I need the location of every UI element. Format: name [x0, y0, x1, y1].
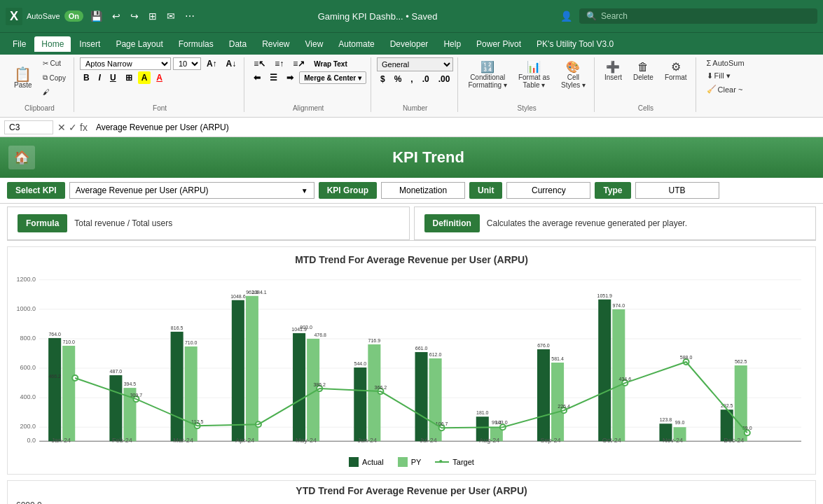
- undo-icon[interactable]: ↩: [109, 9, 123, 23]
- menu-page-layout[interactable]: Page Layout: [109, 36, 170, 52]
- comma-button[interactable]: ,: [407, 73, 416, 85]
- menu-automate[interactable]: Automate: [331, 36, 381, 52]
- svg-text:1000.0: 1000.0: [17, 305, 36, 312]
- autosum-button[interactable]: ΣAutoSum: [704, 57, 747, 69]
- svg-text:394.5: 394.5: [124, 382, 137, 386]
- cell-styles-button[interactable]: 🎨 Cell Styles ▾: [557, 57, 590, 92]
- formula-value: Total revenue / Total users: [74, 218, 172, 228]
- svg-text:974.0: 974.0: [613, 303, 625, 308]
- select-kpi-label: Select KPI: [7, 182, 65, 199]
- svg-text:803.0: 803.0: [300, 325, 312, 330]
- svg-text:676.0: 676.0: [537, 343, 550, 348]
- format-as-table-button[interactable]: 📊 Format as Table ▾: [514, 57, 554, 92]
- format-painter-button[interactable]: 🖌: [39, 86, 69, 98]
- bar-jan-actual: [48, 338, 61, 441]
- email-icon[interactable]: ✉: [164, 9, 178, 23]
- align-right-button[interactable]: ➡: [283, 71, 297, 84]
- legend-target-label: Target: [452, 458, 474, 466]
- menu-file[interactable]: File: [6, 36, 33, 52]
- autosave-state: On: [69, 12, 79, 20]
- bar-may-actual: [293, 333, 305, 441]
- legend-actual: Actual: [349, 457, 384, 467]
- increase-font-button[interactable]: A↑: [203, 57, 221, 70]
- align-left-button[interactable]: ⬅: [250, 71, 264, 84]
- fill-button[interactable]: ⬇Fill ▾: [704, 70, 747, 82]
- menu-home[interactable]: Home: [34, 36, 71, 52]
- legend-target-line: ●: [435, 461, 449, 463]
- ytd-chart-title: YTD Trend For Average Revenue per User (…: [15, 485, 808, 496]
- format-button[interactable]: ⚙ Format: [661, 57, 691, 84]
- wrap-text-button[interactable]: Wrap Text: [310, 57, 350, 70]
- kpi-dropdown[interactable]: Average Revenue per User (ARPU) ▼: [69, 182, 314, 199]
- decrease-font-button[interactable]: A↓: [223, 57, 240, 70]
- legend-actual-box: [349, 457, 359, 467]
- cut-button[interactable]: ✂Cut: [39, 57, 69, 69]
- border-button[interactable]: ⊞: [122, 71, 136, 84]
- redo-icon[interactable]: ↪: [127, 9, 141, 23]
- align-top-left-button[interactable]: ≡↖: [250, 57, 269, 70]
- cell-reference[interactable]: C3: [4, 120, 53, 134]
- number-format-select[interactable]: General: [377, 57, 453, 71]
- svg-text:Aug-24: Aug-24: [479, 437, 499, 444]
- conditional-formatting-button[interactable]: 🔢 Conditional Formatting ▾: [464, 57, 511, 92]
- menu-help[interactable]: Help: [436, 36, 468, 52]
- merge-center-button[interactable]: Merge & Center ▾: [299, 71, 366, 84]
- menu-insert[interactable]: Insert: [72, 36, 107, 52]
- kpi-group-value: Monetization: [381, 182, 465, 199]
- menu-formulas[interactable]: Formulas: [172, 36, 221, 52]
- menu-pk-utility[interactable]: PK's Utility Tool V3.0: [530, 36, 621, 52]
- copy-button[interactable]: ⧉Copy: [39, 71, 69, 84]
- svg-text:588.0: 588.0: [680, 355, 693, 360]
- delete-button[interactable]: 🗑 Delete: [629, 58, 658, 84]
- font-size-select[interactable]: 10: [173, 57, 201, 70]
- menu-developer[interactable]: Developer: [383, 36, 436, 52]
- font-color-button[interactable]: A: [153, 71, 166, 84]
- cancel-formula-icon[interactable]: ✕: [57, 122, 66, 133]
- grid-icon[interactable]: ⊞: [146, 9, 160, 23]
- alignment-label: Alignment: [293, 103, 324, 112]
- insert-function-icon[interactable]: fx: [80, 122, 88, 133]
- clear-button[interactable]: 🧹Clear ~: [704, 83, 747, 95]
- kpi-group-label: KPI Group: [319, 182, 377, 199]
- underline-button[interactable]: U: [106, 71, 120, 84]
- increase-decimal-button[interactable]: .00: [435, 73, 454, 85]
- svg-text:Nov-24: Nov-24: [663, 437, 683, 444]
- formula-input[interactable]: Average Revenue per User (ARPU): [92, 122, 819, 132]
- legend-py-box: [398, 457, 408, 467]
- italic-button[interactable]: I: [95, 71, 104, 84]
- autosave-toggle[interactable]: On: [64, 10, 83, 22]
- bar-jul-actual: [415, 352, 428, 441]
- search-box[interactable]: 🔍: [579, 8, 817, 24]
- align-center-button[interactable]: ☰: [266, 71, 281, 84]
- mtd-chart-svg: 1200.0 1000.0 800.0 600.0 400.0 200.0 0.…: [15, 271, 808, 453]
- menu-data[interactable]: Data: [222, 36, 254, 52]
- svg-text:710.0: 710.0: [185, 340, 198, 345]
- bar-mar-actual: [171, 332, 184, 441]
- menu-review[interactable]: Review: [255, 36, 296, 52]
- search-input[interactable]: [601, 11, 776, 21]
- menu-power-pivot[interactable]: Power Pivot: [469, 36, 528, 52]
- save-icon[interactable]: 💾: [88, 9, 105, 23]
- svg-text:May-24: May-24: [296, 437, 317, 444]
- align-top-center-button[interactable]: ≡↑: [271, 57, 287, 70]
- align-top-right-button[interactable]: ≡↗: [289, 57, 308, 70]
- fill-color-button[interactable]: A: [138, 71, 151, 84]
- decrease-decimal-button[interactable]: .0: [419, 73, 433, 85]
- currency-button[interactable]: $: [377, 73, 389, 85]
- mtd-chart-title: MTD Trend For Average Revenue per User (…: [15, 254, 808, 265]
- font-name-select[interactable]: Aptos Narrow: [80, 57, 171, 70]
- bold-button[interactable]: B: [80, 71, 93, 84]
- ribbon-alignment-group: ≡↖ ≡↑ ≡↗ Wrap Text ⬅ ☰ ➡ Merge & Center …: [246, 57, 371, 112]
- paste-button[interactable]: 📋 Paste: [10, 64, 36, 92]
- more-icon[interactable]: ⋯: [182, 9, 198, 23]
- home-icon[interactable]: 🏠: [8, 146, 35, 169]
- menu-view[interactable]: View: [298, 36, 331, 52]
- insert-button[interactable]: ➕ Insert: [600, 57, 626, 84]
- share-icon[interactable]: 👤: [558, 9, 575, 23]
- percent-button[interactable]: %: [391, 73, 406, 85]
- ribbon-cells-group: ➕ Insert 🗑 Delete ⚙ Format Cells: [596, 57, 696, 112]
- ribbon-font-group: Aptos Narrow 10 A↑ A↓ B I U ⊞ A A Font: [76, 57, 244, 112]
- svg-text:386.2: 386.2: [313, 382, 326, 387]
- confirm-formula-icon[interactable]: ✓: [69, 122, 77, 133]
- ribbon: 📋 Paste ✂Cut ⧉Copy 🖌 Clipboard Aptos Nar…: [0, 55, 823, 118]
